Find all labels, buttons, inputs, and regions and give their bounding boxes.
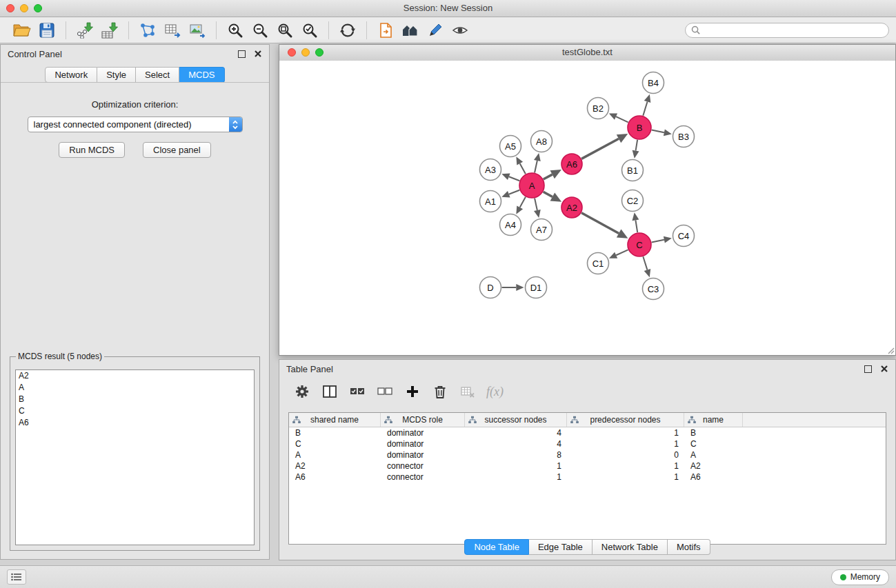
close-panel-button[interactable]: Close panel [143,142,211,158]
search-input[interactable] [704,24,883,36]
birdseye-view-button[interactable] [398,20,423,41]
minimize-view-button[interactable] [301,48,310,57]
table-cell: B [289,428,381,438]
graph-edge-B-B4[interactable] [643,101,647,115]
table-tab-network-table[interactable]: Network Table [593,539,668,555]
zoom-out-button[interactable] [248,20,272,41]
graph-edge-A-A1[interactable] [509,190,519,194]
export-image-icon [189,22,206,39]
combo-stepper-icon [229,117,242,132]
column-header-MCDS-role[interactable]: MCDS role [381,413,465,427]
select-all-columns-button[interactable] [346,381,369,402]
table-tab-motifs[interactable]: Motifs [668,539,710,555]
table-row[interactable]: Adominator80A [289,449,886,460]
apply-style-button[interactable] [423,20,448,41]
import-network-button[interactable] [72,20,97,41]
export-table-button[interactable] [160,20,185,41]
graph-edge-A2-C[interactable] [581,213,619,234]
table-toolbar: f(x) [279,378,895,405]
network-graph[interactable]: B4B2BB3A5A8A6B1A3AA1C2A2A4A7C4CC1DD1C3 [279,61,895,355]
float-table-panel-icon[interactable] [864,365,872,373]
optimization-criterion-select[interactable]: largest connected component (directed) [28,116,243,132]
zoom-out-icon [252,22,268,39]
close-view-button[interactable] [288,48,296,57]
open-document-button[interactable] [373,20,398,41]
table-tab-edge-table[interactable]: Edge Table [529,539,593,555]
result-item[interactable]: A [16,382,254,394]
show-graphics-details-button[interactable] [448,20,472,41]
result-item[interactable]: B [16,394,254,405]
table-settings-button[interactable] [290,381,314,402]
network-canvas[interactable]: B4B2BB3A5A8A6B1A3AA1C2A2A4A7C4CC1DD1C3 [279,61,895,355]
unchecked-boxes-icon [377,383,393,400]
column-header-predecessor-nodes[interactable]: predecessor nodes [567,413,684,427]
graph-edge-A6-B[interactable] [581,139,619,159]
add-column-button[interactable] [401,381,424,402]
result-item[interactable]: A2 [16,370,254,382]
graph-node-label: A4 [505,220,516,230]
result-item[interactable]: C [16,405,254,417]
zoom-fit-button[interactable] [272,20,297,41]
table-row[interactable]: A2connector11A2 [289,460,886,472]
close-window-button[interactable] [6,4,14,12]
zoom-in-button[interactable] [223,20,248,41]
run-mcds-button[interactable]: Run MCDS [59,142,125,158]
tab-style[interactable]: Style [97,67,136,83]
graph-node-label: A7 [536,225,547,235]
maximize-view-button[interactable] [315,48,323,57]
new-network-button[interactable] [135,20,160,41]
refresh-view-button[interactable] [335,20,360,41]
tab-select[interactable]: Select [136,67,179,83]
column-header-name[interactable]: name [684,413,743,427]
task-history-button[interactable] [7,569,26,585]
column-header-shared-name[interactable]: shared name [289,413,381,427]
graph-edge-A-A2[interactable] [544,192,552,196]
memory-button[interactable]: Memory [831,569,889,585]
graph-edge-A-A4[interactable] [520,197,526,207]
graph-edge-A-A5[interactable] [520,163,526,174]
disabled-grid-icon [459,383,476,400]
graph-edge-C-C1[interactable] [616,250,628,255]
graph-node-label: A1 [485,196,496,207]
search-box[interactable] [685,23,889,38]
graph-edge-C-C3[interactable] [643,256,647,270]
close-panel-icon[interactable] [254,50,262,58]
column-header-successor-nodes[interactable]: successor nodes [465,413,567,427]
tab-mcds[interactable]: MCDS [179,67,224,83]
graph-edge-A-A3[interactable] [509,176,519,181]
import-table-button[interactable] [97,20,122,41]
minimize-window-button[interactable] [20,4,28,12]
resize-grip-icon[interactable] [886,346,895,354]
graph-edge-A-A7[interactable] [535,199,537,210]
table-row[interactable]: Cdominator41C [289,438,886,449]
result-item[interactable]: A6 [16,417,254,429]
column-header-label: name [703,415,724,425]
graph-edge-B-B2[interactable] [616,116,628,122]
close-table-panel-icon[interactable] [880,365,888,373]
table-cell: 8 [465,450,567,460]
table-row[interactable]: A6connector11A6 [289,472,886,483]
table-tab-node-table[interactable]: Node Table [464,539,529,555]
zoom-selected-button[interactable] [297,20,322,41]
float-panel-icon[interactable] [238,50,246,58]
graph-edge-A-A8[interactable] [535,161,537,172]
tab-network[interactable]: Network [45,67,97,83]
delete-column-button[interactable] [428,381,452,402]
function-builder-button[interactable]: f(x) [484,385,504,399]
graph-edge-B-B1[interactable] [636,140,638,151]
table-row[interactable]: Bdominator41B [289,427,886,438]
graph-edge-C-C4[interactable] [652,240,664,243]
deselect-all-columns-button[interactable] [373,381,397,402]
column-header-label: shared name [310,415,359,425]
graph-edge-A-A6[interactable] [544,174,552,179]
mcds-result-list[interactable]: A2ABCA6 [15,369,255,545]
maximize-window-button[interactable] [34,4,42,12]
save-session-button[interactable] [34,20,59,41]
open-session-button[interactable] [10,20,34,41]
format-column-button[interactable] [318,381,341,402]
node-table: shared nameMCDS rolesuccessor nodesprede… [288,412,886,545]
export-image-button[interactable] [185,20,210,41]
graph-edge-C-C2[interactable] [635,220,637,232]
network-window-titlebar[interactable]: testGlobe.txt [279,45,895,61]
graph-edge-B-B3[interactable] [652,130,664,133]
